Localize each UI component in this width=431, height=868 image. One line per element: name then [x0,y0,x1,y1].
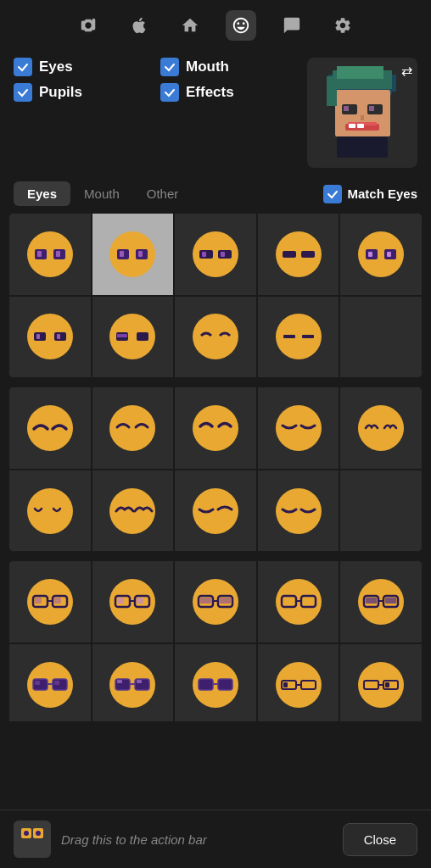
top-navigation [0,0,431,51]
eyes-label: Eyes [39,58,73,75]
svg-rect-73 [137,598,143,604]
effects-option[interactable]: Effects [160,83,307,102]
eye-curved-1[interactable] [8,387,92,470]
pixel-avatar-svg [320,66,405,159]
eye-style-6[interactable] [8,296,92,379]
svg-point-55 [193,405,238,451]
drag-text: Drag this to the action bar [61,832,333,847]
eye-curved-4[interactable] [257,387,340,470]
eye-curved-2[interactable] [92,387,175,470]
svg-rect-48 [117,334,127,337]
eye-curved-5[interactable] [339,387,423,470]
eyes-checkbox[interactable] [14,58,32,76]
nav-emoji-icon[interactable] [226,10,256,41]
emoji-grid-content[interactable] [0,213,431,721]
svg-rect-39 [387,252,391,257]
drag-icon[interactable] [14,821,51,858]
svg-rect-110 [283,682,288,687]
svg-point-49 [193,314,238,359]
eye-glasses-10[interactable] [339,643,423,721]
eye-glasses-3[interactable] [174,560,257,643]
svg-rect-26 [138,251,143,257]
eye-style-7[interactable] [92,296,175,379]
eye-glasses-6[interactable] [8,643,92,721]
options-row: Eyes Pupils Mouth Effects ⇄ [0,51,431,175]
nav-horse-icon[interactable] [73,10,104,41]
pupils-checkbox[interactable] [14,83,32,102]
eyes-section-1 [8,213,423,378]
svg-rect-115 [385,682,389,687]
eye-style-2[interactable] [92,213,175,296]
svg-rect-16 [337,136,388,158]
eye-style-1[interactable] [8,213,92,296]
eye-curved-6[interactable] [8,470,92,553]
svg-rect-79 [220,598,231,604]
eye-glasses-2[interactable] [92,560,175,643]
options-left-col: Eyes Pupils [14,58,160,102]
tabs-row: Eyes Mouth Other Match Eyes [0,175,431,213]
tab-other[interactable]: Other [133,181,193,206]
eye-glasses-9[interactable] [257,643,340,721]
eyes-section-2 [8,387,423,552]
eye-glasses-7[interactable] [92,643,175,721]
mouth-label: Mouth [186,58,229,75]
bottom-bar: Drag this to the action bar Close [0,810,431,868]
svg-rect-104 [218,679,232,690]
eye-style-8[interactable] [174,296,257,379]
svg-point-17 [27,231,73,277]
svg-rect-33 [283,251,296,258]
svg-rect-43 [36,334,40,339]
svg-rect-126 [33,840,43,850]
eyes-grid-3 [8,560,423,721]
svg-rect-21 [56,251,60,257]
mouth-checkbox[interactable] [160,58,179,76]
eye-style-3[interactable] [174,213,257,296]
nav-home-icon[interactable] [175,10,205,41]
eye-style-5[interactable] [339,213,423,296]
svg-rect-88 [366,598,377,604]
svg-rect-38 [368,252,372,257]
svg-point-22 [109,231,155,277]
eye-glasses-4[interactable] [257,560,340,643]
eye-curved-9[interactable] [257,470,340,553]
nav-apple-icon[interactable] [124,10,154,41]
eye-glasses-1[interactable] [8,560,92,643]
eyes-option[interactable]: Eyes [14,58,160,76]
eye-curved-3[interactable] [174,387,257,470]
eye-glasses-8[interactable] [174,643,257,721]
effects-checkbox[interactable] [160,83,179,102]
eyes-section-3 [8,560,423,721]
pupils-option[interactable]: Pupils [14,83,160,102]
eye-glasses-5[interactable] [339,560,423,643]
nav-settings-icon[interactable] [327,10,358,41]
svg-point-122 [24,831,29,836]
svg-rect-9 [344,106,349,111]
nav-chat-icon[interactable] [277,10,307,41]
eye-style-4[interactable] [257,213,340,296]
eye-style-9[interactable] [257,296,340,379]
options-right-col: Mouth Effects [160,58,307,102]
svg-rect-6 [327,76,337,106]
svg-rect-103 [199,679,213,690]
svg-rect-15 [357,124,364,128]
tab-mouth[interactable]: Mouth [70,181,133,206]
swap-icon[interactable]: ⇄ [401,63,412,79]
svg-rect-89 [385,598,396,604]
close-button[interactable]: Close [343,823,417,856]
svg-point-61 [276,488,322,534]
eye-curved-7[interactable] [92,470,175,553]
svg-rect-30 [202,252,206,257]
eyes-grid-2 [8,387,423,552]
svg-rect-10 [369,106,374,111]
svg-rect-14 [349,124,355,128]
svg-rect-47 [137,332,148,341]
tab-eyes[interactable]: Eyes [14,181,70,206]
match-eyes-checkbox[interactable] [323,185,342,203]
svg-point-124 [36,831,41,836]
svg-rect-95 [54,681,59,685]
eye-curved-8[interactable] [174,470,257,553]
svg-rect-101 [137,680,142,683]
match-eyes-option[interactable]: Match Eyes [323,185,417,203]
mouth-option[interactable]: Mouth [160,58,307,76]
svg-rect-66 [35,598,42,604]
